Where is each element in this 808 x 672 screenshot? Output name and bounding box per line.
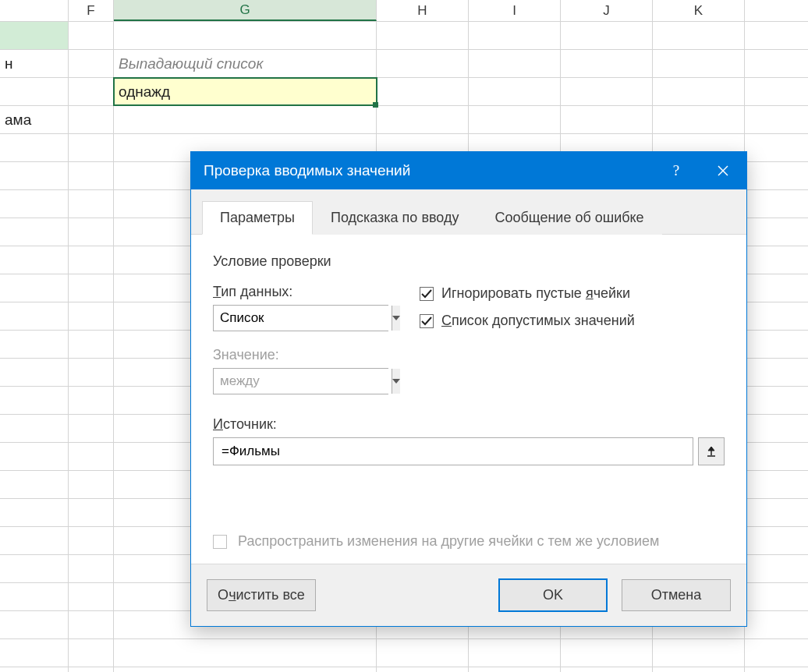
cell[interactable] — [69, 527, 114, 554]
cell[interactable] — [0, 190, 69, 218]
column-head-F[interactable]: F — [69, 0, 114, 21]
cell[interactable] — [69, 106, 114, 133]
cell[interactable] — [377, 667, 469, 672]
column-head-H[interactable]: H — [377, 0, 469, 21]
active-cell[interactable]: однажд — [114, 78, 377, 105]
cell[interactable] — [69, 162, 114, 189]
cell[interactable] — [653, 78, 745, 105]
cell[interactable] — [745, 611, 808, 638]
cancel-button[interactable]: Отмена — [622, 579, 731, 611]
cell[interactable] — [745, 583, 808, 610]
checkbox-ignore-blank[interactable]: Игнорировать пустые ячейки — [420, 285, 635, 302]
cell[interactable] — [377, 50, 469, 77]
cell[interactable] — [745, 78, 808, 105]
cell[interactable] — [561, 667, 653, 672]
cell[interactable] — [69, 331, 114, 358]
column-head-I[interactable]: I — [469, 0, 561, 21]
column-head-G[interactable]: G — [114, 0, 377, 21]
source-input[interactable] — [213, 437, 693, 465]
cell[interactable] — [0, 246, 69, 274]
cell[interactable] — [469, 106, 561, 133]
column-head-K[interactable]: K — [653, 0, 745, 21]
cell[interactable] — [745, 667, 808, 672]
cell[interactable] — [469, 639, 561, 667]
cell[interactable] — [69, 78, 114, 105]
cell[interactable] — [653, 50, 745, 77]
help-button[interactable]: ? — [653, 152, 700, 189]
cell[interactable] — [653, 639, 745, 667]
cell[interactable] — [745, 499, 808, 526]
cell[interactable] — [745, 527, 808, 554]
cell[interactable] — [0, 583, 69, 610]
close-button[interactable] — [700, 152, 746, 189]
cell[interactable] — [0, 218, 69, 246]
cell[interactable] — [0, 443, 69, 470]
cell[interactable] — [745, 246, 808, 274]
cell[interactable] — [69, 443, 114, 470]
cell[interactable] — [0, 359, 69, 386]
cell[interactable] — [0, 78, 69, 105]
cell[interactable] — [745, 218, 808, 246]
cell[interactable] — [653, 106, 745, 133]
cell[interactable] — [114, 639, 377, 667]
cell[interactable] — [69, 218, 114, 246]
cell[interactable] — [561, 639, 653, 667]
cell[interactable] — [0, 415, 69, 442]
checkbox-in-cell-dropdown[interactable]: Список допустимых значений — [420, 313, 635, 329]
cell[interactable] — [653, 22, 745, 49]
cell-dropdown-header[interactable]: Выпадающий список — [114, 50, 377, 77]
column-head-partial[interactable] — [0, 0, 69, 21]
column-head-J[interactable]: J — [561, 0, 653, 21]
cell[interactable] — [0, 667, 69, 672]
cell[interactable] — [561, 50, 653, 77]
cell[interactable] — [69, 499, 114, 526]
cell[interactable] — [745, 443, 808, 470]
cell[interactable] — [745, 22, 808, 49]
tab-parameters[interactable]: Параметры — [202, 201, 313, 235]
cell[interactable] — [0, 302, 69, 330]
cell[interactable] — [377, 22, 469, 49]
cell[interactable] — [653, 667, 745, 672]
cell[interactable] — [745, 134, 808, 161]
cell[interactable] — [745, 50, 808, 77]
cell[interactable] — [745, 359, 808, 386]
cell[interactable] — [0, 471, 69, 498]
cell[interactable] — [469, 78, 561, 105]
cell[interactable] — [69, 639, 114, 667]
cell[interactable] — [69, 246, 114, 274]
cell[interactable] — [69, 134, 114, 161]
cell[interactable] — [0, 527, 69, 554]
cell[interactable] — [0, 611, 69, 638]
cell[interactable] — [69, 190, 114, 218]
cell[interactable] — [69, 302, 114, 330]
cell[interactable] — [69, 22, 114, 49]
clear-all-button[interactable]: Очистить все — [207, 579, 316, 611]
cell[interactable] — [0, 555, 69, 582]
cell[interactable] — [745, 162, 808, 189]
cell[interactable] — [745, 415, 808, 442]
cell[interactable] — [69, 387, 114, 414]
cell[interactable] — [745, 471, 808, 498]
cell[interactable] — [745, 190, 808, 218]
cell[interactable] — [377, 106, 469, 133]
cell[interactable] — [114, 667, 377, 672]
cell[interactable] — [745, 639, 808, 667]
cell[interactable] — [0, 162, 69, 189]
cell[interactable] — [469, 667, 561, 672]
cell[interactable] — [0, 499, 69, 526]
cell[interactable] — [469, 50, 561, 77]
cell[interactable] — [69, 274, 114, 302]
cell[interactable] — [745, 331, 808, 358]
cell[interactable] — [114, 106, 377, 133]
cell[interactable] — [0, 274, 69, 302]
cell[interactable] — [561, 78, 653, 105]
datatype-value[interactable] — [214, 306, 392, 331]
cell[interactable] — [69, 555, 114, 582]
datatype-combo[interactable] — [213, 305, 388, 331]
cell[interactable] — [114, 22, 377, 49]
cell[interactable]: ама — [0, 106, 69, 133]
cell[interactable] — [561, 106, 653, 133]
cell[interactable] — [0, 639, 69, 667]
cell[interactable] — [377, 639, 469, 667]
cell[interactable] — [69, 667, 114, 672]
